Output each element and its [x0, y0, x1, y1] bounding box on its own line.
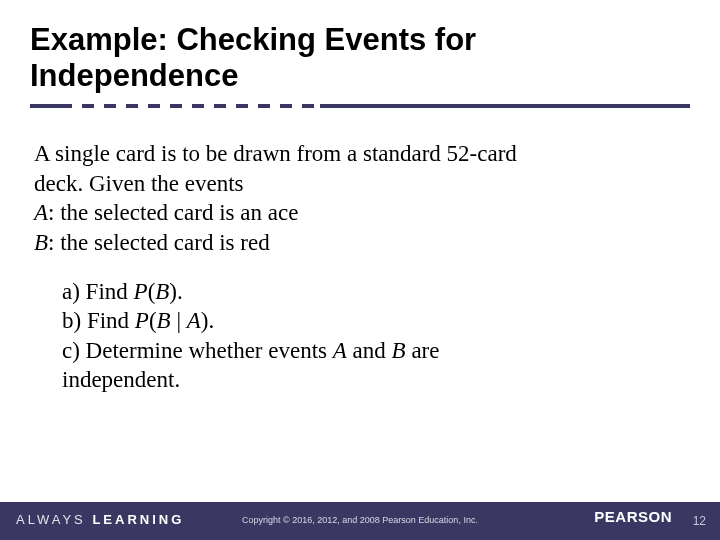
footer-bar: ALWAYS LEARNING Copyright © 2016, 2012, …	[0, 502, 720, 540]
qb-arg1: B	[157, 308, 171, 333]
qb-label: b) Find	[62, 308, 135, 333]
qb-close: ).	[201, 308, 214, 333]
qa-p: P	[134, 279, 148, 304]
pearson-text: PEARSON	[594, 508, 672, 525]
event-b-label: B	[34, 230, 48, 255]
question-c-line2: independent.	[62, 365, 686, 394]
event-a-text: : the selected card is an ace	[48, 200, 298, 225]
qc-tail: are	[406, 338, 440, 363]
event-b-text: : the selected card is red	[48, 230, 270, 255]
event-a-line: A: the selected card is an ace	[34, 198, 686, 227]
questions-block: a) Find P(B). b) Find P(B | A). c) Deter…	[34, 275, 686, 395]
intro-block: A single card is to be drawn from a stan…	[34, 139, 686, 257]
qa-label: a) Find	[62, 279, 134, 304]
title-area: Example: Checking Events for Independenc…	[0, 0, 720, 121]
qa-arg: B	[155, 279, 169, 304]
event-b-line: B: the selected card is red	[34, 228, 686, 257]
qb-p: P	[135, 308, 149, 333]
qc-b: B	[392, 338, 406, 363]
rule-dashed	[60, 104, 320, 108]
slide: Example: Checking Events for Independenc…	[0, 0, 720, 540]
intro-line-2: deck. Given the events	[34, 169, 686, 198]
event-a-label: A	[34, 200, 48, 225]
qa-close: ).	[169, 279, 182, 304]
body: A single card is to be drawn from a stan…	[0, 121, 720, 395]
pearson-logo: PEARSON	[584, 508, 672, 525]
page-number: 12	[693, 514, 706, 528]
question-a: a) Find P(B).	[62, 277, 686, 306]
intro-line-1: A single card is to be drawn from a stan…	[34, 139, 686, 168]
qc-and: and	[347, 338, 392, 363]
qc-label: c) Determine whether events	[62, 338, 333, 363]
qb-arg2: A	[187, 308, 201, 333]
question-c: c) Determine whether events A and B are	[62, 336, 686, 365]
slide-title: Example: Checking Events for Independenc…	[30, 22, 690, 93]
title-rule	[30, 99, 690, 113]
qc-a: A	[333, 338, 347, 363]
qb-mid: |	[171, 308, 187, 333]
question-b: b) Find P(B | A).	[62, 306, 686, 335]
qb-open: (	[149, 308, 157, 333]
